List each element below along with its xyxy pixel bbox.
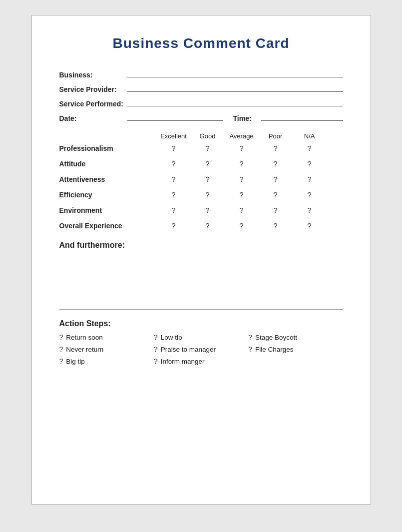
action-item-label: Never return [66,346,103,353]
action-item-label: File Charges [255,346,294,353]
action-grid: ?Return soon?Low tip?Stage Boycott?Never… [59,333,343,365]
action-checkbox-icon[interactable]: ? [248,345,252,353]
action-item-label: Stage Boycott [255,334,297,341]
furthermore-title: And furthermore: [59,241,343,250]
action-item[interactable]: ?Inform manger [154,357,248,365]
rating-cell[interactable]: ? [191,206,225,214]
rating-section: Excellent Good Average Poor N/A Professi… [59,132,343,230]
action-item[interactable]: ?Low tip [154,333,248,341]
business-field-row: Business: [59,69,343,79]
date-input[interactable] [127,113,223,121]
rating-row: Attentiveness????? [59,175,343,183]
action-checkbox-icon[interactable]: ? [154,333,158,341]
rating-row: Attitude????? [59,159,343,168]
date-label: Date: [59,114,124,122]
rating-cell[interactable]: ? [157,206,191,214]
action-item[interactable]: ?Big tip [59,357,154,365]
rating-cell[interactable]: ? [157,159,191,168]
rating-row-label: Environment [59,206,157,214]
action-checkbox-icon[interactable]: ? [248,333,252,341]
time-label: Time: [233,114,258,122]
rating-cell[interactable]: ? [293,190,327,199]
rating-cell[interactable]: ? [225,206,259,214]
service-performed-input[interactable] [127,98,343,106]
rating-cell[interactable]: ? [191,190,225,199]
action-item[interactable]: ?Praise to manager [154,345,248,353]
rating-row-label: Professionalism [59,144,157,152]
service-provider-input[interactable] [127,84,343,92]
rating-cell[interactable]: ? [225,175,259,183]
rating-cell[interactable]: ? [191,144,225,152]
action-steps-title: Action Steps: [59,319,343,328]
action-item[interactable]: ?Never return [59,345,154,353]
rating-row-label: Attentiveness [59,175,157,183]
action-checkbox-icon[interactable]: ? [59,345,63,353]
rating-rows: Professionalism?????Attitude?????Attenti… [59,144,343,230]
rating-cell[interactable]: ? [225,144,259,152]
service-performed-label: Service Performed: [59,100,124,108]
card-title: Business Comment Card [59,35,343,51]
action-item[interactable]: ?Return soon [59,333,154,341]
furthermore-section: And furthermore: [59,241,343,310]
action-item-label: Inform manger [161,358,205,365]
rating-cell[interactable]: ? [225,221,259,230]
service-performed-field-row: Service Performed: [59,98,343,108]
rating-row: Environment????? [59,206,343,214]
rating-cell[interactable]: ? [157,144,191,152]
rating-cell[interactable]: ? [191,175,225,183]
date-time-row: Date: Time: [59,113,343,122]
header-na: N/A [293,132,327,140]
rating-cell[interactable]: ? [191,159,225,168]
service-provider-field-row: Service Provider: [59,84,343,93]
rating-row: Professionalism????? [59,144,343,152]
rating-cell[interactable]: ? [259,144,293,152]
business-input[interactable] [127,69,343,77]
rating-header-row: Excellent Good Average Poor N/A [59,132,343,140]
rating-cell[interactable]: ? [293,159,327,168]
rating-row: Overall Experience????? [59,221,343,230]
action-item [248,357,343,365]
time-input[interactable] [261,113,343,121]
rating-cell[interactable]: ? [259,175,293,183]
rating-cell[interactable]: ? [259,190,293,199]
action-checkbox-icon[interactable]: ? [154,357,158,365]
action-checkbox-icon[interactable]: ? [59,357,63,365]
action-item-label: Return soon [66,334,103,341]
rating-cell[interactable]: ? [293,144,327,152]
rating-row-label: Overall Experience [59,222,157,230]
header-excellent: Excellent [157,132,191,140]
rating-row-label: Efficiency [59,191,157,199]
action-item-label: Praise to manager [161,346,216,353]
action-steps-section: Action Steps: ?Return soon?Low tip?Stage… [59,319,343,365]
service-provider-label: Service Provider: [59,85,124,93]
rating-cell[interactable]: ? [157,221,191,230]
rating-cell[interactable]: ? [157,175,191,183]
action-item[interactable]: ?File Charges [248,345,343,353]
action-checkbox-icon[interactable]: ? [154,345,158,353]
action-item-label: Big tip [66,358,85,365]
rating-cell[interactable]: ? [259,206,293,214]
rating-cell[interactable]: ? [259,221,293,230]
rating-cell[interactable]: ? [293,206,327,214]
rating-cell[interactable]: ? [157,190,191,199]
rating-cell[interactable]: ? [225,190,259,199]
header-good: Good [191,132,225,140]
action-checkbox-icon[interactable]: ? [59,333,63,341]
comment-card: Business Comment Card Business: Service … [31,15,371,505]
business-label: Business: [59,71,124,79]
rating-cell[interactable]: ? [225,159,259,168]
header-poor: Poor [259,132,293,140]
action-item[interactable]: ?Stage Boycott [248,333,343,341]
rating-row: Efficiency????? [59,190,343,199]
divider [59,310,343,310]
rating-cell[interactable]: ? [259,159,293,168]
header-average: Average [225,132,259,140]
comments-area[interactable] [59,255,343,310]
rating-row-label: Attitude [59,160,157,168]
rating-cell[interactable]: ? [293,221,327,230]
action-item-label: Low tip [161,334,182,341]
rating-cell[interactable]: ? [293,175,327,183]
rating-cell[interactable]: ? [191,221,225,230]
